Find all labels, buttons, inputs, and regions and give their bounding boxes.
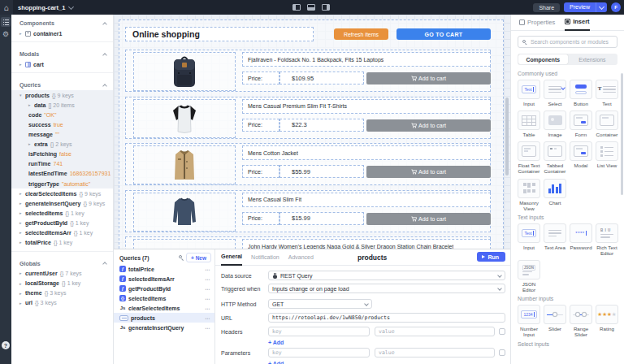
product-row[interactable]: Mens Casual Premium Slim Fit T-Shirts Pr… (125, 97, 491, 139)
query-menu-icon[interactable]: ⋯ (205, 296, 210, 301)
collapse-chevron-icon[interactable] (102, 22, 107, 27)
product-row[interactable]: Mens Cotton Jacket Price: $55.99 Add to … (125, 143, 491, 185)
run-button[interactable]: Run (477, 252, 505, 262)
toggle-bottom-panel-icon[interactable] (307, 4, 315, 11)
component-card-image[interactable]: Image (544, 110, 566, 137)
component-card-select[interactable]: Select (544, 80, 566, 106)
price-label[interactable]: Price: (242, 72, 280, 84)
app-title-text-component[interactable]: Online shopping (125, 27, 314, 41)
component-card-tabbed-container[interactable]: Tabbed Container (544, 141, 566, 174)
tree-item-runTime[interactable]: runTime741 (11, 159, 113, 169)
price-value[interactable]: $55.99 (280, 165, 364, 178)
add-to-cart-button[interactable]: Add to cart (366, 72, 491, 84)
component-card-chart[interactable]: Chart (544, 179, 566, 211)
query-menu-icon[interactable]: ⋯ (205, 266, 210, 272)
app-canvas[interactable]: Online shopping Refresh items GO TO CART… (114, 15, 510, 249)
row-action-icon[interactable] (499, 349, 505, 356)
toggle-extensions[interactable]: Extensions (568, 54, 618, 64)
modals-section-header[interactable]: Modals (11, 46, 113, 59)
price-label[interactable]: Price: (242, 212, 280, 225)
product-title[interactable]: Mens Casual Premium Slim Fit T-Shirts (242, 99, 491, 114)
query-item-getProductById[interactable]: fgetProductById⋯ (114, 284, 214, 293)
app-title-chevron-icon[interactable] (68, 3, 74, 9)
help-icon[interactable]: ? (2, 341, 10, 349)
add-to-cart-button[interactable]: Add to cart (366, 119, 491, 132)
tree-item-data[interactable]: ▸data[] 20 items (11, 100, 113, 110)
query-item-products[interactable]: products⋯ (114, 313, 214, 323)
tree-item-code[interactable]: code"OK" (11, 110, 113, 119)
query-item-clearSelectedItems[interactable]: JsclearSelectedItems⋯ (114, 303, 214, 313)
component-card-range-slider[interactable]: Range Slider (570, 305, 592, 337)
tree-item-clearSelectedItems[interactable]: ▸clearSelectedItems{} 9 keys (11, 188, 113, 198)
header-key-input[interactable]: key (268, 327, 370, 336)
component-card-number-input[interactable]: 1234 Number Input (518, 305, 540, 337)
preview-dropdown-button[interactable] (596, 2, 607, 12)
globals-section-header[interactable]: Globals (11, 255, 113, 269)
settings-gear-icon[interactable]: ⚙ (1, 29, 11, 39)
component-card-password[interactable]: **** Password (570, 223, 592, 256)
component-card-button[interactable]: Button (570, 80, 592, 106)
app-title[interactable]: shopping-cart_1 (18, 4, 65, 11)
tree-item-generateInsertQuery[interactable]: ▸generateInsertQuery{} 9 keys (11, 198, 113, 208)
tab-insert[interactable]: Insert (565, 15, 589, 31)
collapse-chevron-icon[interactable] (102, 84, 107, 89)
search-icon[interactable] (179, 255, 184, 260)
component-card-masonry-view[interactable]: Masonry View (518, 179, 540, 211)
tree-item-localStorage[interactable]: ▸localStorage{} 1 key (11, 279, 113, 288)
query-item-selectedItems[interactable]: {}selectedItems⋯ (114, 293, 214, 303)
main-container-component[interactable]: Online shopping Refresh items GO TO CART… (119, 20, 504, 249)
tree-item-cart[interactable]: ▸ cart (11, 59, 113, 69)
tab-general[interactable]: General (221, 249, 242, 266)
component-card-json-editor[interactable]: JSON JSON Editor (518, 260, 540, 292)
preview-button[interactable]: Preview (564, 2, 596, 12)
tree-item-message[interactable]: message"" (11, 130, 113, 140)
query-menu-icon[interactable]: ⋯ (205, 306, 210, 311)
new-query-button[interactable]: + New (186, 253, 211, 262)
add-header-link[interactable]: + Add (268, 340, 284, 345)
toggle-right-panel-icon[interactable] (322, 4, 330, 11)
tree-item-getProductById[interactable]: ▸getProductById{} 1 key (11, 218, 113, 228)
share-button[interactable]: Share (533, 3, 560, 12)
query-item-generateInsertQuery[interactable]: JsgenerateInsertQuery⋯ (114, 323, 214, 332)
product-title[interactable]: Fjallraven - Foldsack No. 1 Backpack, Fi… (242, 52, 491, 67)
refresh-items-button[interactable]: Refresh items (334, 28, 388, 40)
tree-item-theme[interactable]: ▸theme{} 3 keys (11, 288, 113, 298)
query-item-selectedItemsArr[interactable]: fselectedItemsArr⋯ (114, 274, 214, 284)
tree-item-totalPrice[interactable]: ▸totalPrice{} 1 key (11, 238, 113, 248)
component-card-input[interactable]: Text Input (518, 80, 540, 106)
price-value[interactable]: $22.3 (280, 119, 364, 132)
tree-item-isFetching[interactable]: isFetchingfalse (11, 150, 113, 159)
product-title[interactable]: John Hardy Women's Legends Naga Gold & S… (242, 239, 491, 249)
triggered-when-select[interactable]: Inputs change or on page load (268, 284, 505, 293)
product-row[interactable]: Fjallraven - Foldsack No. 1 Backpack, Fi… (125, 50, 491, 92)
component-card-slider[interactable]: Slider (544, 305, 566, 337)
price-value[interactable]: $109.95 (280, 72, 364, 84)
component-card-table[interactable]: Table (518, 110, 540, 137)
price-label[interactable]: Price: (242, 119, 280, 132)
price-label[interactable]: Price: (242, 165, 280, 178)
add-parameter-link[interactable]: + Add (268, 361, 284, 364)
product-title[interactable]: Mens Casual Slim Fit (242, 193, 491, 207)
tab-advanced[interactable]: Advanced (288, 249, 314, 266)
http-method-select[interactable]: GET (268, 299, 372, 309)
component-card-rating[interactable]: ★★★★ Rating (596, 305, 618, 337)
tree-item-selectedItemsArr[interactable]: ▸selectedItemsArr{} 1 key (11, 228, 113, 238)
tab-notification[interactable]: Notification (251, 249, 280, 266)
tree-item-selectedItems[interactable]: ▸selectedItems{} 1 key (11, 208, 113, 218)
url-input[interactable]: https://retoolapi.dev/1wN850/products (268, 313, 505, 323)
go-to-cart-button[interactable]: GO TO CART (396, 28, 491, 40)
product-title[interactable]: Mens Cotton Jacket (242, 145, 491, 160)
tree-item-extra[interactable]: ▸extra{} 2 keys (11, 140, 113, 150)
component-card-text-area[interactable]: Text Area (544, 223, 566, 256)
component-card-form[interactable]: Form (570, 110, 592, 137)
tree-item-latestEndTime[interactable]: latestEndTime1686326157931 (11, 169, 113, 179)
component-card-container[interactable]: Container (596, 110, 618, 137)
data-source-select[interactable]: REST Query (268, 271, 505, 280)
row-action-icon[interactable] (499, 328, 505, 335)
components-section-header[interactable]: Components (11, 15, 113, 28)
tree-item-container1[interactable]: ▸ container1 (11, 28, 113, 38)
product-row[interactable]: Mens Casual Slim Fit Price: $15.99 Add t… (125, 190, 491, 232)
add-to-cart-button[interactable]: Add to cart (366, 213, 491, 225)
tree-item-success[interactable]: successtrue (11, 119, 113, 129)
tree-item-products[interactable]: ▾ products {} 9 keys (11, 90, 113, 100)
